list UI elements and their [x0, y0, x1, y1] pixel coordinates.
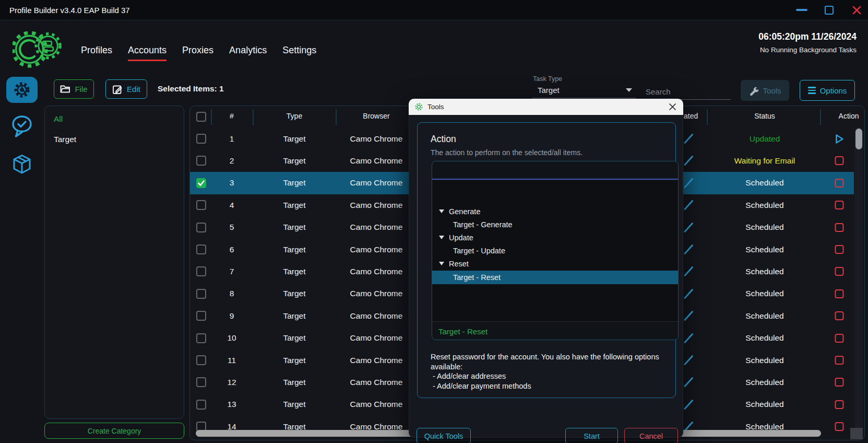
nav-item-settings[interactable]: Settings	[282, 45, 316, 61]
tree-group-update[interactable]: Update	[432, 231, 679, 244]
row-action[interactable]	[835, 172, 844, 194]
stop-icon[interactable]	[835, 289, 844, 298]
stop-icon[interactable]	[835, 311, 844, 320]
stop-icon[interactable]	[835, 334, 844, 343]
row-action[interactable]	[835, 238, 844, 261]
tree-item-target-update[interactable]: Target - Update	[432, 244, 679, 257]
nav-item-profiles[interactable]: Profiles	[81, 45, 112, 61]
tree-collapse-icon[interactable]	[439, 236, 444, 239]
column-header-action[interactable]: Action	[839, 112, 859, 120]
tree-group-reset[interactable]: Reset	[432, 257, 679, 270]
tools-button[interactable]: Tools	[741, 80, 789, 101]
edit-pencil-icon[interactable]	[683, 266, 694, 277]
edit-pencil-icon[interactable]	[683, 133, 694, 144]
edit-pencil-icon[interactable]	[683, 155, 694, 166]
tree-collapse-icon[interactable]	[439, 262, 444, 265]
row-edit-icon-wrap[interactable]	[683, 244, 694, 257]
row-checkbox[interactable]	[196, 377, 206, 387]
stop-icon[interactable]	[835, 267, 844, 276]
row-edit-icon-wrap[interactable]	[683, 310, 694, 323]
row-edit-icon-wrap[interactable]	[683, 155, 694, 168]
stop-icon[interactable]	[835, 156, 844, 165]
row-checkbox[interactable]	[196, 266, 206, 276]
row-action[interactable]	[835, 149, 844, 172]
row-checkbox[interactable]	[196, 223, 206, 232]
task-type-dropdown[interactable]: Task Type Target	[532, 75, 636, 98]
edit-pencil-icon[interactable]	[683, 377, 694, 388]
edit-pencil-icon[interactable]	[683, 288, 694, 299]
stop-icon[interactable]	[835, 179, 844, 188]
close-button[interactable]	[852, 5, 862, 15]
row-checkbox[interactable]	[196, 156, 206, 166]
action-filter-input[interactable]	[432, 161, 679, 180]
row-checkbox[interactable]	[196, 134, 206, 144]
row-checkbox[interactable]	[196, 355, 206, 365]
nav-item-analytics[interactable]: Analytics	[229, 45, 267, 61]
play-icon[interactable]	[834, 134, 845, 144]
edit-pencil-icon[interactable]	[683, 355, 694, 366]
row-checkbox[interactable]	[196, 333, 206, 343]
column-header-created-partial[interactable]: ated	[684, 112, 698, 120]
row-checkbox[interactable]	[196, 311, 206, 321]
select-all-checkbox[interactable]	[196, 112, 206, 122]
stop-icon[interactable]	[835, 422, 844, 431]
row-edit-icon-wrap[interactable]	[683, 222, 694, 235]
row-checkbox[interactable]	[196, 200, 206, 210]
row-action[interactable]	[835, 305, 844, 327]
tree-item-target-reset[interactable]: Target - Reset	[432, 271, 679, 284]
edit-pencil-icon[interactable]	[683, 178, 694, 189]
nav-item-proxies[interactable]: Proxies	[182, 45, 213, 61]
sidebar-item-packages[interactable]	[13, 154, 31, 177]
stop-icon[interactable]	[835, 201, 844, 209]
row-edit-icon-wrap[interactable]	[683, 178, 694, 191]
stop-icon[interactable]	[835, 245, 844, 254]
category-item-all[interactable]: All	[54, 114, 63, 124]
row-action[interactable]	[835, 371, 844, 393]
edit-pencil-icon[interactable]	[683, 200, 694, 211]
column-header-type[interactable]: Type	[287, 112, 302, 120]
row-action[interactable]	[835, 260, 844, 283]
nav-item-accounts[interactable]: Accounts	[128, 45, 167, 61]
row-action[interactable]	[835, 393, 844, 416]
row-edit-icon-wrap[interactable]	[683, 399, 694, 412]
edit-pencil-icon[interactable]	[683, 222, 694, 233]
edit-pencil-icon[interactable]	[683, 333, 694, 344]
modal-close-button[interactable]	[668, 102, 677, 111]
row-action[interactable]	[834, 127, 845, 150]
edit-pencil-icon[interactable]	[683, 399, 694, 410]
start-button[interactable]: Start	[565, 428, 618, 443]
column-header-browser[interactable]: Browser	[363, 112, 389, 120]
row-action[interactable]	[835, 327, 844, 349]
row-edit-icon-wrap[interactable]	[683, 288, 694, 301]
tree-collapse-icon[interactable]	[439, 209, 444, 213]
row-edit-icon-wrap[interactable]	[683, 266, 694, 279]
edit-button[interactable]: Edit	[105, 79, 147, 99]
row-action[interactable]	[835, 349, 844, 371]
sidebar-item-messages[interactable]	[11, 115, 32, 140]
row-checkbox[interactable]	[196, 400, 206, 410]
stop-icon[interactable]	[835, 400, 844, 409]
cancel-button[interactable]: Cancel	[624, 428, 678, 443]
minimize-button[interactable]	[796, 9, 807, 11]
column-header-status[interactable]: Status	[754, 112, 775, 120]
category-item-target[interactable]: Target	[54, 135, 76, 144]
row-checkbox[interactable]	[196, 178, 206, 188]
create-category-button[interactable]: Create Category	[44, 423, 184, 439]
vertical-scrollbar-thumb[interactable]	[855, 129, 862, 149]
row-edit-icon-wrap[interactable]	[683, 333, 694, 346]
maximize-button[interactable]	[825, 6, 834, 15]
tree-item-target-generate[interactable]: Target - Generate	[432, 218, 679, 231]
tree-group-generate[interactable]: Generate	[432, 205, 679, 218]
file-button[interactable]: File	[54, 79, 94, 99]
stop-icon[interactable]	[835, 378, 844, 387]
stop-icon[interactable]	[835, 356, 844, 365]
row-checkbox[interactable]	[196, 244, 206, 254]
row-checkbox[interactable]	[196, 289, 206, 299]
row-action[interactable]	[835, 194, 844, 216]
edit-pencil-icon[interactable]	[683, 310, 694, 321]
column-header-num[interactable]: #	[230, 112, 234, 120]
edit-pencil-icon[interactable]	[683, 244, 694, 255]
row-edit-icon-wrap[interactable]	[683, 377, 694, 390]
row-action[interactable]	[835, 415, 844, 438]
sidebar-item-accounts[interactable]	[6, 77, 38, 103]
